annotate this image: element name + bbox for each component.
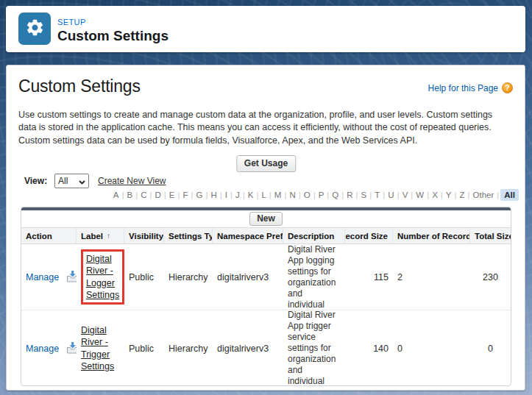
alphabet-separator: | [369,191,372,199]
setup-eyebrow: SETUP [57,18,86,26]
alphabet-separator: | [411,191,413,199]
col-header-namespace-prefix[interactable]: Namespace Prefix [213,228,283,243]
alphabet-separator: | [313,191,316,199]
alphabet-separator: | [427,191,429,199]
alphabet-link-b[interactable]: B [126,190,135,200]
alphabet-link-r[interactable]: R [345,190,354,200]
intro-paragraph: Use custom settings to create and manage… [18,109,511,147]
visibility-cell: Public [124,310,164,386]
alphabet-link-y[interactable]: Y [444,190,453,200]
col-header-label[interactable]: Label↑ [77,228,124,243]
manage-link[interactable]: Manage [26,344,59,354]
record-size-cell: 140 [345,310,393,386]
col-header-total-size[interactable]: Total Size [470,228,511,243]
total-size-cell: 230 [470,244,511,310]
description-cell: Contains Digital River App logging setti… [283,244,345,310]
alphabet-separator: | [230,191,233,199]
manage-link[interactable]: Manage [26,272,59,282]
alphabet-link-t[interactable]: T [373,190,381,200]
sort-asc-icon: ↑ [107,232,110,240]
alphabet-link-k[interactable]: K [247,190,255,200]
setting-label-link[interactable]: Digital River - Logger Settings [86,254,119,300]
alphabet-separator: | [205,191,208,199]
setup-tile [18,13,51,45]
total-size-cell: 0 [470,310,511,386]
download-icon[interactable] [65,341,77,356]
alphabet-link-l[interactable]: L [260,190,267,200]
alphabet-separator: | [455,191,457,199]
list-actions-row: New [21,210,511,227]
settings-type-cell: Hierarchy [164,310,213,386]
label-cell: Digital River - Trigger Settings [77,310,124,386]
setting-label-link[interactable]: Digital River - Trigger Settings [81,324,120,372]
col-header-number-of-records[interactable]: Number of Records [393,228,470,243]
alphabet-link-c[interactable]: C [139,190,148,200]
alphabet-separator: | [164,191,166,199]
alphabet-link-n[interactable]: N [288,190,297,200]
alphabet-separator: | [220,191,222,199]
alphabet-link-x[interactable]: X [430,190,439,200]
alphabet-separator: | [284,191,286,199]
alphabet-separator: | [441,191,443,199]
col-header-visibility[interactable]: Visibility [124,228,164,243]
alphabet-link-g[interactable]: G [195,190,205,200]
alphabet-link-w[interactable]: W [414,190,425,200]
create-new-view-link[interactable]: Create New View [98,176,166,186]
alphabet-link-i[interactable]: I [224,190,229,200]
chevron-down-icon [79,174,85,188]
alphabet-link-v[interactable]: V [401,190,410,200]
col-header-settings-type[interactable]: Settings Type [164,228,213,243]
namespace-prefix-cell: digitalriverv3 [213,310,283,386]
action-cell: Manage [21,310,77,386]
alphabet-link-a[interactable]: A [112,190,121,200]
alphabet-link-m[interactable]: M [273,190,283,200]
alphabet-link-e[interactable]: E [168,190,177,200]
alphabet-link-s[interactable]: S [360,190,369,200]
table-header-row: Action Label↑ Visibility Settings Type N… [21,227,511,244]
gear-icon [25,18,45,40]
table-row: Manage Digital River - Trigger Settings … [21,310,511,386]
alphabet-link-j[interactable]: J [234,190,241,200]
setup-header: SETUP Custom Settings [6,6,525,52]
alphabet-separator: | [327,191,329,199]
view-label: View: [24,176,47,186]
col-header-action[interactable]: Action [21,228,77,243]
alphabet-separator: | [356,191,358,199]
help-link[interactable]: Help for this Page [428,83,498,93]
setup-header-title: Custom Settings [57,28,169,44]
alphabet-link-u[interactable]: U [386,190,395,200]
alphabet-link-d[interactable]: D [154,190,163,200]
alphabet-link-o[interactable]: O [302,190,312,200]
get-usage-button[interactable]: Get Usage [236,155,296,172]
record-size-cell: 115 [345,244,393,310]
col-header-description[interactable]: Description [283,228,345,243]
custom-settings-page: SETUP Custom Settings Custom Settings He… [0,0,532,395]
new-button[interactable]: New [249,212,283,226]
alphabet-link-all[interactable]: All [500,189,519,201]
alphabet-separator: | [122,191,124,199]
alphabet-separator: | [243,191,245,199]
action-cell: Manage [21,244,77,310]
page-title: Custom Settings [18,76,141,96]
alphabet-separator: | [191,191,194,199]
view-dropdown[interactable]: All [54,174,89,188]
alphabet-link-p[interactable]: P [317,190,326,200]
custom-settings-list: New Action Label↑ Visibility Settings Ty… [21,207,511,386]
question-mark-icon[interactable]: ? [502,82,513,93]
alphabet-separator: | [150,191,152,199]
help-for-this-page[interactable]: Help for this Page ? [428,82,513,93]
alphabet-link-other[interactable]: Other [472,190,496,200]
description-cell: Contains Digital River App trigger servi… [283,310,345,386]
alphabet-separator: | [497,191,499,199]
alphabet-link-z[interactable]: Z [458,190,467,200]
alphabet-link-q[interactable]: Q [330,190,340,200]
download-icon[interactable] [65,270,77,285]
visibility-cell: Public [124,244,164,310]
alphabet-link-f[interactable]: F [181,190,189,200]
alphabet-separator: | [397,191,400,199]
label-cell: Digital River - Logger Settings [77,244,124,310]
col-header-record-size[interactable]: Record Size [345,228,393,243]
alphabet-links: A|B|C|D|E|F|G|H|I|J|K|L|M|N|O|P|Q|R|S|T|… [112,191,519,199]
alphabet-link-h[interactable]: H [209,190,218,200]
number-of-records-cell: 2 [393,244,470,310]
